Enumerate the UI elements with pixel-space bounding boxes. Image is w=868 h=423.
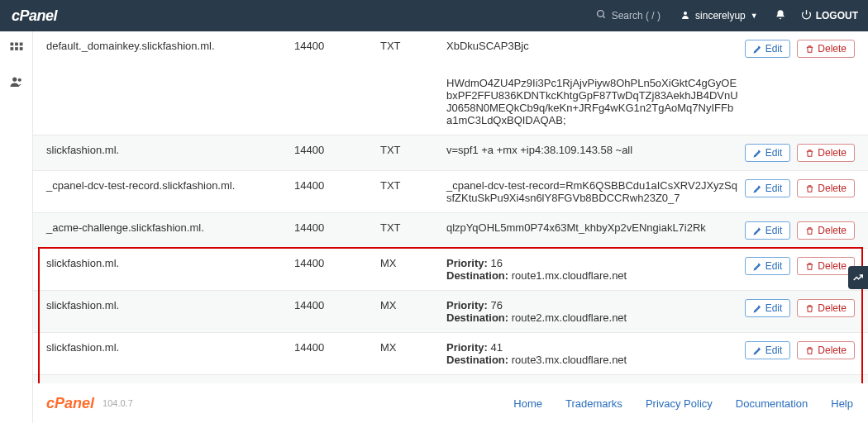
delete-button[interactable]: Delete (797, 221, 855, 240)
footer-brand: cPanel (46, 395, 94, 412)
record-value: v=spf1 +a +mx +ip4:38.109.143.58 ~all (446, 144, 747, 156)
edit-button[interactable]: Edit (745, 221, 791, 240)
footer-link[interactable]: Trademarks (565, 397, 622, 410)
record-ttl: 14400 (294, 40, 380, 52)
table-row: _cpanel-dcv-test-record.slickfashion.ml.… (33, 170, 868, 212)
record-type: MX (380, 257, 446, 269)
brand-logo: cPanel (10, 7, 57, 25)
record-name: slickfashion.ml. (46, 144, 294, 156)
caret-down-icon: ▼ (751, 12, 758, 20)
svg-rect-3 (10, 43, 13, 46)
footer: cPanel 104.0.7 HomeTrademarksPrivacy Pol… (33, 383, 868, 423)
table-row: slickfashion.ml.14400TXTv=spf1 +a +mx +i… (33, 135, 868, 170)
footer-link[interactable]: Help (831, 397, 853, 410)
record-name: slickfashion.ml. (46, 299, 294, 311)
table-row: slickfashion.ml.14400MXPriority: 41Desti… (33, 332, 868, 374)
logout-button[interactable]: LOGOUT (801, 9, 858, 22)
record-ttl: 14400 (294, 144, 380, 156)
record-value: Priority: 76Destination: route2.mx.cloud… (446, 299, 747, 324)
sidebar (0, 31, 33, 423)
delete-button[interactable]: Delete (797, 179, 855, 197)
table-row: _acme-challenge.slickfashion.ml.14400TXT… (33, 212, 868, 248)
topbar: cPanel Search ( / ) sincerelyup ▼ LOGOUT (0, 0, 868, 31)
svg-point-10 (17, 78, 21, 82)
record-name: _acme-challenge.slickfashion.ml. (46, 221, 294, 234)
footer-links: HomeTrademarksPrivacy PolicyDocumentatio… (513, 397, 853, 410)
delete-button[interactable]: Delete (797, 341, 855, 359)
table-row: slickfashion.ml.14400MXPriority: 76Desti… (33, 290, 868, 332)
person-icon (680, 10, 690, 22)
edit-button[interactable]: Edit (745, 257, 791, 275)
edit-button[interactable]: Edit (745, 299, 791, 317)
record-ttl: 14400 (294, 341, 380, 354)
record-ttl: 14400 (294, 179, 380, 192)
edit-button[interactable]: Edit (745, 40, 791, 58)
delete-button[interactable]: Delete (797, 144, 855, 162)
user-menu[interactable]: sincerelyup ▼ (680, 10, 758, 22)
record-ttl: 14400 (294, 299, 380, 311)
global-search[interactable]: Search ( / ) (596, 9, 661, 22)
search-placeholder: Search ( / ) (612, 10, 661, 21)
delete-button[interactable]: Delete (797, 40, 855, 58)
record-value: Priority: 41Destination: route3.mx.cloud… (446, 341, 747, 366)
svg-point-0 (597, 11, 603, 17)
svg-rect-7 (15, 47, 18, 50)
logout-label: LOGOUT (816, 10, 858, 21)
svg-point-2 (684, 12, 687, 15)
footer-link[interactable]: Privacy Policy (646, 397, 713, 410)
search-icon (596, 9, 607, 22)
side-tab-button[interactable] (848, 266, 868, 289)
notifications-button[interactable] (775, 9, 786, 23)
record-value: Priority: 16Destination: route1.mx.cloud… (446, 257, 747, 282)
grid-icon[interactable] (9, 41, 24, 59)
record-value: qlzpYqOHL5mm0P74x63Mt_khbyXp2vENngiakL7i… (446, 221, 747, 234)
record-type: MX (380, 341, 446, 354)
svg-line-1 (603, 16, 605, 18)
footer-link[interactable]: Documentation (736, 397, 808, 410)
record-name: slickfashion.ml. (46, 257, 294, 269)
svg-point-9 (12, 77, 17, 81)
record-type: TXT (380, 144, 446, 156)
record-type: TXT (380, 221, 446, 234)
footer-link[interactable]: Home (513, 397, 542, 410)
footer-version: 104.0.7 (103, 398, 133, 408)
dns-records-table: default._domainkey.slickfashion.ml.14400… (33, 31, 868, 423)
svg-rect-5 (19, 43, 22, 46)
record-name: default._domainkey.slickfashion.ml. (46, 40, 294, 52)
record-name: slickfashion.ml. (46, 341, 294, 354)
record-ttl: 14400 (294, 221, 380, 234)
record-ttl: 14400 (294, 257, 380, 269)
record-type: TXT (380, 179, 446, 192)
username: sincerelyup (695, 10, 746, 21)
record-value: XbDkuSCAP3BjcHWdmO4ZU4Pz9Ii3Pc1RjAjvPiyw… (446, 40, 747, 126)
users-icon[interactable] (9, 74, 24, 93)
record-name: _cpanel-dcv-test-record.slickfashion.ml. (46, 179, 294, 192)
record-type: TXT (380, 40, 446, 52)
record-type: MX (380, 299, 446, 311)
table-row: slickfashion.ml.14400MXPriority: 16Desti… (33, 248, 868, 290)
svg-rect-6 (10, 47, 13, 50)
record-value: _cpanel-dcv-test-record=RmK6QSBBCdu1aICs… (446, 179, 747, 204)
edit-button[interactable]: Edit (745, 179, 791, 197)
svg-rect-8 (19, 47, 22, 50)
power-icon (801, 9, 812, 22)
edit-button[interactable]: Edit (745, 144, 791, 162)
edit-button[interactable]: Edit (745, 341, 791, 359)
svg-rect-4 (15, 43, 18, 46)
table-row: default._domainkey.slickfashion.ml.14400… (33, 31, 868, 135)
delete-button[interactable]: Delete (797, 257, 855, 275)
delete-button[interactable]: Delete (797, 299, 855, 317)
